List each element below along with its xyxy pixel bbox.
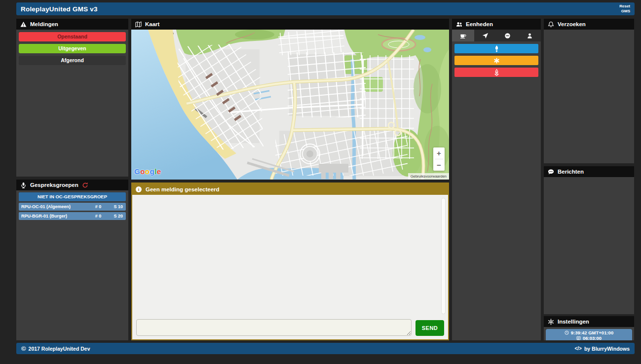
message-log-scrollbar[interactable] <box>441 198 446 314</box>
verzoeken-title: Verzoeken <box>558 21 586 27</box>
bell-icon <box>548 21 554 28</box>
berichten-body <box>544 177 634 314</box>
eenheden-panel: Eenheden <box>452 19 541 340</box>
berichten-panel: Berichten <box>544 166 634 314</box>
talkgroup-row[interactable]: RPU-BGR-01 (Burger) # 0 S 20 <box>19 212 126 220</box>
gespreksgroepen-header: Gespreksgroepen <box>16 180 128 190</box>
talkgroup-count: # 0 <box>88 204 108 209</box>
melding-detail-title: Geen melding geselecteerd <box>146 186 220 192</box>
zoom-out-button[interactable]: − <box>433 159 445 171</box>
eenheden-body <box>452 30 541 340</box>
zoom-in-button[interactable]: + <box>433 147 445 159</box>
melding-detail-header: i Geen melding geselecteerd <box>132 183 448 195</box>
instellingen-panel: Instellingen 9:39:42 GMT+01:00 06:03:00 <box>544 316 634 340</box>
message-input-row: SEND <box>132 316 448 339</box>
app-title: RoleplayUnited GMS v3 <box>21 5 98 13</box>
instellingen-body: 9:39:42 GMT+01:00 06:03:00 <box>544 327 634 340</box>
gear-icon <box>548 319 554 325</box>
star-of-life-icon <box>493 57 500 64</box>
meldingen-panel: Meldingen Openstaand Uitgegeven Afgerond <box>16 19 128 177</box>
instellingen-header: Instellingen <box>544 316 634 327</box>
talkgroup-slot: S 20 <box>108 214 126 218</box>
copyright-icon: © <box>21 345 26 352</box>
meldingen-header: Meldingen <box>16 19 128 30</box>
google-letter: G <box>134 167 140 176</box>
filter-uitgegeven-button[interactable]: Uitgegeven <box>19 44 126 53</box>
verzoeken-panel: Verzoeken <box>544 19 634 163</box>
kaart-header: Kaart <box>131 19 449 30</box>
message-log <box>132 195 448 316</box>
radio-disconnected-icon[interactable] <box>82 182 88 188</box>
melding-detail-panel: i Geen melding geselecteerd SEND <box>131 182 449 340</box>
google-logo[interactable]: Google <box>134 167 161 176</box>
google-letter: o <box>145 167 150 176</box>
copyright-text: 2017 RoleplayUnited Dev <box>29 346 90 352</box>
kaart-title: Kaart <box>145 21 159 27</box>
location-arrow-icon <box>482 33 489 39</box>
info-icon: i <box>136 186 142 192</box>
microphone-icon <box>20 182 27 188</box>
comment-icon <box>548 169 554 175</box>
filter-openstaand-button[interactable]: Openstaand <box>19 32 126 41</box>
unit-group-politie[interactable] <box>454 44 538 53</box>
talkgroup-name: RPU-BGR-01 (Burger) <box>19 214 88 218</box>
gespreksgroepen-title: Gespreksgroepen <box>30 182 78 188</box>
real-time-label: 9:39:42 GMT+01:00 <box>571 330 613 335</box>
talkgroup-row[interactable]: RPU-OC-01 (Algemeen) # 0 S 10 <box>19 203 126 211</box>
brandweer-logo-icon <box>493 69 500 76</box>
meldingen-body: Openstaand Uitgegeven Afgerond <box>16 30 128 177</box>
map-terms-link[interactable]: Gebruiksvoorwaarden <box>408 173 449 180</box>
tab-status-busy[interactable] <box>519 30 541 41</box>
code-icon: </> <box>574 346 581 351</box>
gms-app: { "header": { "title": "RoleplayUnited G… <box>0 0 641 364</box>
user-icon <box>527 33 533 39</box>
berichten-header: Berichten <box>544 166 634 177</box>
unit-status-tabs <box>452 30 541 41</box>
unit-group-brandweer[interactable] <box>454 68 538 77</box>
eenheden-header: Eenheden <box>452 19 541 30</box>
talkgroup-slot: S 10 <box>108 204 126 209</box>
city-map-graphic <box>131 30 449 180</box>
tab-status-unavailable[interactable] <box>496 30 519 41</box>
verzoeken-body <box>544 30 634 163</box>
tab-status-enroute[interactable] <box>474 30 496 41</box>
politie-logo-icon <box>493 45 500 52</box>
verzoeken-header: Verzoeken <box>544 19 634 30</box>
send-button[interactable]: SEND <box>415 320 444 336</box>
reset-gms-button[interactable]: Reset GMS <box>613 4 630 13</box>
talkgroup-name: RPU-OC-01 (Algemeen) <box>19 204 88 209</box>
google-letter: e <box>157 167 161 176</box>
google-letter: g <box>150 167 155 176</box>
tab-status-pause[interactable] <box>452 30 474 41</box>
schedule-icon <box>576 336 581 340</box>
warning-icon <box>20 21 27 28</box>
google-letter: o <box>140 167 145 176</box>
footer-bar: © 2017 RoleplayUnited Dev </> by BlurryW… <box>16 343 635 354</box>
map-zoom-control: + − <box>433 147 445 171</box>
map-icon <box>135 21 142 28</box>
berichten-title: Berichten <box>558 169 584 175</box>
credit-text: by BlurryWindows <box>584 346 630 352</box>
top-bar: RoleplayUnited GMS v3 Reset GMS <box>16 2 635 15</box>
unit-group-ambulance[interactable] <box>454 56 538 65</box>
map-canvas[interactable]: Google Gebruiksvoorwaarden + − <box>131 30 449 180</box>
game-time-label: 06:03:00 <box>583 335 602 340</box>
gespreksgroepen-panel: Gespreksgroepen NIET IN OC-GESPREKSGROEP… <box>16 180 128 340</box>
coffee-icon <box>460 33 466 39</box>
kaart-panel: Kaart <box>131 19 449 180</box>
users-icon <box>456 21 462 28</box>
time-display: 9:39:42 GMT+01:00 06:03:00 <box>546 329 632 340</box>
talkgroup-count: # 0 <box>88 214 108 218</box>
message-input[interactable] <box>136 319 412 336</box>
talkgroup-section-header: NIET IN OC-GESPREKSGROEP <box>19 192 126 201</box>
gespreksgroepen-body: NIET IN OC-GESPREKSGROEP RPU-OC-01 (Alge… <box>16 190 128 340</box>
ban-icon <box>504 33 511 39</box>
eenheden-title: Eenheden <box>466 21 493 27</box>
filter-afgerond-button[interactable]: Afgerond <box>19 56 126 65</box>
meldingen-title: Meldingen <box>30 21 58 27</box>
clock-icon <box>565 330 569 335</box>
instellingen-title: Instellingen <box>558 319 589 325</box>
